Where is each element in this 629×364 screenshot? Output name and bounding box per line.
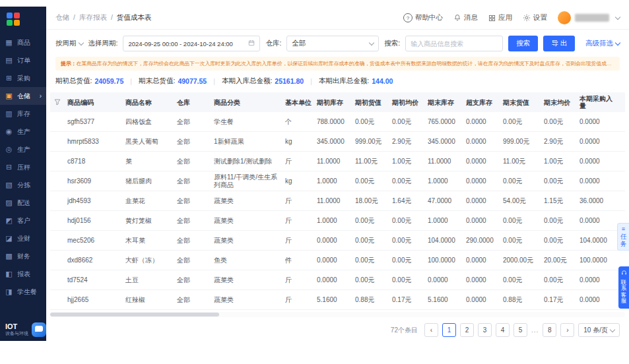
contact-service-float-button[interactable]: 联系客服 bbox=[618, 266, 629, 309]
sidebar-item-orders[interactable]: ▤订单 bbox=[0, 51, 46, 69]
table-row[interactable]: hmrpt5833黑美人葡萄全部1新鲜蔬果kg345.0000999.00元2.… bbox=[50, 132, 625, 152]
table-cell: 0.0000 bbox=[463, 257, 500, 264]
advanced-filter-toggle[interactable]: 高级筛选 bbox=[585, 39, 620, 48]
column-header: 商品编码 bbox=[65, 92, 123, 112]
pagination-page-4[interactable]: 4 bbox=[496, 323, 510, 337]
breadcrumb-item[interactable]: 库存报表 bbox=[79, 13, 107, 22]
sidebar-item-delivery[interactable]: ▨配送 bbox=[0, 194, 46, 212]
pagination-page-3[interactable]: 3 bbox=[478, 323, 492, 337]
table-cell: 0.0000 bbox=[463, 276, 500, 284]
messages-button[interactable]: 消息 bbox=[453, 13, 478, 22]
pagination-page-5[interactable]: 5 bbox=[513, 323, 527, 337]
search-button[interactable]: 搜索 bbox=[508, 36, 538, 51]
sidebar-item-finance[interactable]: ▩财务 bbox=[0, 247, 46, 265]
apps-button[interactable]: 应用 bbox=[488, 13, 512, 22]
table-cell: 11.0000 bbox=[425, 158, 463, 166]
hint-banner: 提示：在某商品库存为负的情况下，库存均价会在此商品下一次入库时更新为此次入库的入… bbox=[55, 57, 620, 71]
user-name-blurred bbox=[575, 14, 609, 22]
table-cell: 大虾（冻） bbox=[123, 257, 174, 264]
app-logo bbox=[7, 13, 46, 26]
table-cell: 斤 bbox=[282, 276, 314, 284]
table-row[interactable]: hsr3609猪后腿肉全部原料11/干调类/生生系列商品kg1.00000.00… bbox=[50, 171, 625, 191]
app-window: ▦商品▤订单⊞采购▣仓储›▥库存◉生产◎生产⊟压秤▧分拣▨配送◩客户◪业财▩财务… bbox=[0, 7, 629, 341]
table-row[interactable]: hjj2665红辣椒全部蔬菜类斤5.16000.88元0.17元5.16000.… bbox=[50, 290, 625, 310]
table-cell: 0.0000 bbox=[463, 158, 500, 166]
table-cell: 全部 bbox=[174, 257, 211, 264]
help-center-button[interactable]: ? 帮助中心 bbox=[403, 13, 443, 22]
table-cell: 0.0000 bbox=[577, 296, 615, 304]
sidebar-item-reports[interactable]: ◧报表 bbox=[0, 265, 46, 283]
table-cell: 1.0000 bbox=[314, 177, 352, 185]
table-cell: 1.0000 bbox=[314, 217, 352, 225]
table-cell: 0.00元 bbox=[541, 177, 577, 185]
user-menu[interactable] bbox=[558, 11, 620, 24]
sidebar-item-customers[interactable]: ◩客户 bbox=[0, 212, 46, 229]
table-cell: 0.00元 bbox=[352, 257, 389, 264]
pagination-total: 72个条目 bbox=[391, 326, 418, 335]
summary-value: 49077.55 bbox=[178, 77, 207, 85]
sidebar-item-production[interactable]: ◉生产 bbox=[0, 123, 46, 140]
gear-icon bbox=[523, 14, 531, 22]
table-row[interactable]: td7524土豆全部蔬菜类斤0.00000.00元0.00元0.00000.00… bbox=[50, 270, 625, 290]
table-row[interactable]: hdj0156黄灯笼椒全部蔬菜类斤1.00000.00元0.00元1.00000… bbox=[50, 211, 625, 231]
breadcrumb-item[interactable]: 仓储 bbox=[55, 13, 69, 22]
table-cell: 1.00元 bbox=[541, 158, 577, 166]
settings-button[interactable]: 设置 bbox=[523, 13, 547, 22]
sidebar-item-student-meal[interactable]: ◨学生餐 bbox=[0, 283, 46, 301]
summary-divider: | bbox=[310, 77, 312, 85]
scrollbar-thumb[interactable] bbox=[50, 313, 219, 317]
sidebar-item-purchase[interactable]: ⊞采购 bbox=[0, 69, 46, 87]
table-row[interactable]: sgfh5377四格饭盒全部学生餐个788.00000.00元0.00元765.… bbox=[50, 112, 625, 132]
table-cell: 个 bbox=[282, 118, 314, 126]
sidebar-item-inventory[interactable]: ▥库存 bbox=[0, 105, 46, 123]
table-cell: 2.90元 bbox=[389, 138, 425, 146]
column-header: 商品分类 bbox=[211, 92, 282, 112]
breadcrumb-separator: / bbox=[111, 13, 113, 22]
search-input[interactable] bbox=[405, 36, 503, 51]
sorting-icon: ▧ bbox=[5, 181, 13, 189]
table-cell: 0.17元 bbox=[541, 296, 577, 304]
iot-logo-block: IOT 设备与环境 bbox=[5, 322, 28, 337]
table-cell: 0.0000 bbox=[577, 118, 615, 126]
iot-chat-icon[interactable] bbox=[32, 322, 46, 337]
date-range-picker[interactable]: 2024-09-25 00:00 - 2024-10-24 24:00 bbox=[123, 36, 260, 51]
pagination-next-button[interactable]: › bbox=[560, 323, 574, 337]
pagination-page-1[interactable]: 1 bbox=[442, 323, 456, 337]
inventory-icon: ▥ bbox=[5, 109, 13, 118]
column-header: 期初库存 bbox=[314, 92, 352, 112]
sidebar-item-business-finance[interactable]: ◪业财 bbox=[0, 229, 46, 247]
task-float-button[interactable]: ≡ 任务 bbox=[617, 223, 629, 251]
table-row[interactable]: c8718菜全部测试删除1/测试删除斤11.000011.00元1.00元11.… bbox=[50, 152, 625, 171]
table-cell: 斤 bbox=[282, 296, 314, 304]
pagination-page-8[interactable]: 8 bbox=[543, 323, 556, 337]
table-cell: c8718 bbox=[65, 158, 123, 166]
table-cell: 0.0000 bbox=[577, 276, 615, 284]
table-cell: 0.0000 bbox=[463, 217, 500, 225]
pagination-page-2[interactable]: 2 bbox=[460, 323, 474, 337]
customers-icon: ◩ bbox=[5, 216, 13, 225]
page-size-select[interactable]: 10 条/页 bbox=[578, 323, 620, 337]
table-cell: 0.0000 bbox=[577, 138, 615, 146]
column-filter-icon[interactable] bbox=[50, 92, 65, 112]
warehouse-select[interactable]: 全部 bbox=[286, 36, 379, 51]
sidebar-item-label: 财务 bbox=[17, 252, 30, 261]
export-button[interactable]: 导 出 bbox=[543, 36, 575, 51]
table-row[interactable]: mec5206木耳菜全部蔬菜类斤0.00000.00元0.00元104.0000… bbox=[50, 231, 625, 251]
pagination-prev-button[interactable]: ‹ bbox=[424, 323, 438, 337]
table-cell: 54.00元 bbox=[500, 197, 541, 205]
sidebar-item-weighing[interactable]: ⊟压秤 bbox=[0, 158, 46, 176]
warehouse-icon: ▣ bbox=[5, 92, 13, 100]
warehouse-label: 仓库: bbox=[265, 39, 281, 48]
sidebar-item-warehouse[interactable]: ▣仓储› bbox=[0, 87, 46, 105]
sidebar-item-label: 客户 bbox=[17, 216, 30, 226]
column-header: 期末货值 bbox=[500, 92, 541, 112]
sidebar-item-products[interactable]: ▦商品 bbox=[0, 34, 46, 51]
table-row[interactable]: jdh4593韭菜花全部蔬菜类斤11.000018.00元1.64元47.000… bbox=[50, 191, 625, 211]
horizontal-scrollbar[interactable] bbox=[50, 312, 625, 317]
sidebar-item-sorting[interactable]: ▧分拣 bbox=[0, 176, 46, 194]
period-type-select[interactable]: 按周期 bbox=[55, 39, 83, 48]
table-cell: 全部 bbox=[174, 118, 211, 126]
sidebar-item-production-2[interactable]: ◎生产 bbox=[0, 140, 46, 158]
table-cell: 蔬菜类 bbox=[211, 197, 282, 205]
table-row[interactable]: dxd8662大虾（冻）全部鱼类件0.00000.00元0.00元100.000… bbox=[50, 251, 625, 270]
